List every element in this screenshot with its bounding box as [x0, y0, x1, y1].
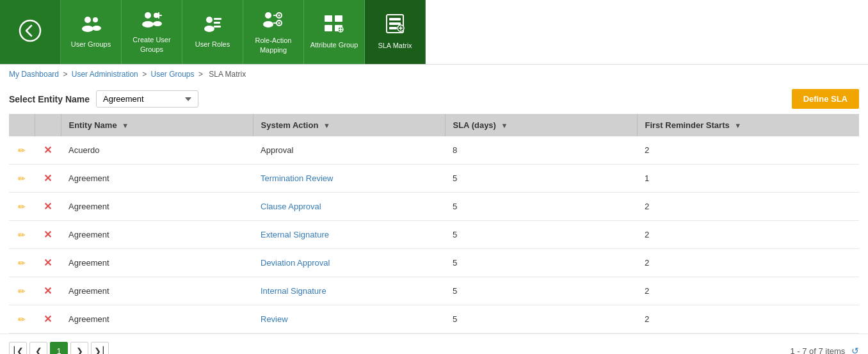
- table-row: ✏✕AgreementExternal Signature52: [9, 221, 859, 249]
- breadcrumb-dashboard[interactable]: My Dashboard: [9, 70, 59, 79]
- table-row: ✏✕AgreementReview52: [9, 305, 859, 334]
- svg-rect-25: [335, 15, 342, 22]
- svg-point-21: [278, 22, 280, 24]
- svg-point-12: [204, 26, 214, 32]
- svg-point-8: [153, 21, 162, 26]
- edit-button[interactable]: ✏: [17, 172, 27, 185]
- nav-user-roles-label: User Roles: [195, 40, 230, 49]
- edit-button[interactable]: ✏: [17, 144, 27, 157]
- last-page-button[interactable]: ❯⎮: [91, 342, 109, 354]
- breadcrumb-user-admin[interactable]: User Administration: [72, 70, 138, 79]
- svg-point-1: [84, 17, 91, 23]
- nav-create-user-groups-label: Create User Groups: [124, 35, 179, 54]
- table-row: ✏✕AgreementDeviation Approval52: [9, 249, 859, 277]
- svg-point-3: [93, 17, 98, 22]
- table-row: ✏✕AgreementInternal Signature52: [9, 277, 859, 305]
- next-page-button[interactable]: ❯: [70, 342, 88, 354]
- system-action-link[interactable]: Clause Approval: [261, 202, 321, 211]
- back-icon: [19, 19, 42, 45]
- first-page-button[interactable]: ⎮❮: [9, 342, 27, 354]
- first-reminder-cell: 1: [637, 165, 859, 193]
- nav-role-action-mapping[interactable]: Role-Action Mapping: [243, 0, 304, 64]
- delete-button[interactable]: ✕: [42, 227, 53, 242]
- svg-point-4: [92, 26, 101, 31]
- svg-rect-33: [389, 22, 401, 25]
- delete-button[interactable]: ✕: [42, 199, 53, 214]
- table-body: ✏✕AcuerdoApproval82✏✕AgreementTerminatio…: [9, 136, 859, 334]
- nav-back-button[interactable]: [0, 0, 61, 64]
- breadcrumb-sep2: >: [142, 70, 147, 79]
- sla-days-cell: 5: [445, 165, 637, 193]
- svg-point-6: [142, 21, 154, 28]
- svg-point-17: [263, 21, 273, 28]
- delete-button[interactable]: ✕: [42, 312, 53, 326]
- system-action-link[interactable]: External Signature: [261, 230, 329, 239]
- attribute-group-icon: [323, 14, 345, 36]
- system-action-link[interactable]: Internal Signature: [261, 286, 326, 296]
- svg-rect-15: [214, 26, 221, 28]
- delete-cell: ✕: [35, 277, 61, 305]
- system-action-link[interactable]: Termination Review: [261, 173, 333, 183]
- breadcrumb-user-groups[interactable]: User Groups: [151, 70, 195, 79]
- edit-button[interactable]: ✏: [17, 285, 27, 298]
- entity-selector-dropdown[interactable]: Agreement Contract Amendment: [96, 90, 198, 108]
- sla-days-cell: 5: [445, 277, 637, 305]
- system-action-link[interactable]: Deviation Approval: [261, 258, 330, 268]
- entity-name-cell: Agreement: [61, 249, 253, 277]
- nav-user-groups-label: User Groups: [71, 40, 111, 49]
- table-row: ✏✕AgreementClause Approval52: [9, 193, 859, 221]
- sla-days-cell: 8: [445, 136, 637, 165]
- delete-button[interactable]: ✕: [42, 255, 53, 270]
- breadcrumb-current: SLA Matrix: [209, 70, 246, 79]
- svg-rect-13: [214, 18, 221, 20]
- first-reminder-cell: 2: [637, 305, 859, 334]
- nav-user-groups[interactable]: User Groups: [61, 0, 122, 64]
- prev-page-button[interactable]: ❮: [29, 342, 47, 354]
- edit-cell: ✏: [9, 277, 35, 305]
- col-entity-label: Entity Name: [69, 120, 117, 130]
- edit-button[interactable]: ✏: [17, 200, 27, 213]
- system-sort-icon[interactable]: ▼: [323, 122, 330, 129]
- entity-selector-left: Select Entity Name Agreement Contract Am…: [9, 90, 198, 108]
- sla-sort-icon[interactable]: ▼: [501, 122, 508, 129]
- first-reminder-cell: 2: [637, 249, 859, 277]
- entity-sort-icon[interactable]: ▼: [122, 122, 129, 129]
- define-sla-button[interactable]: Define SLA: [792, 89, 859, 109]
- first-sort-icon[interactable]: ▼: [734, 122, 741, 129]
- nav-sla-matrix-label: SLA Matrix: [378, 41, 412, 50]
- col-header-delete: [35, 114, 61, 136]
- delete-button[interactable]: ✕: [42, 143, 53, 157]
- col-first-label: First Reminder Starts: [645, 120, 730, 130]
- nav-create-user-groups[interactable]: Create User Groups: [122, 0, 182, 64]
- system-action-cell: Review: [253, 305, 445, 334]
- nav-user-roles[interactable]: User Roles: [182, 0, 243, 64]
- system-action-cell: Termination Review: [253, 165, 445, 193]
- page-1-button[interactable]: 1: [50, 342, 68, 354]
- pagination-info-container: 1 - 7 of 7 items ↺: [790, 346, 859, 354]
- delete-cell: ✕: [35, 136, 61, 165]
- svg-point-16: [265, 12, 271, 19]
- edit-button[interactable]: ✏: [17, 313, 27, 326]
- delete-button[interactable]: ✕: [42, 171, 53, 186]
- edit-cell: ✏: [9, 193, 35, 221]
- delete-button[interactable]: ✕: [42, 284, 53, 298]
- svg-point-5: [145, 12, 151, 19]
- col-header-edit: [9, 114, 35, 136]
- edit-button[interactable]: ✏: [17, 229, 27, 241]
- first-reminder-cell: 2: [637, 221, 859, 249]
- system-action-link[interactable]: Review: [261, 314, 288, 324]
- nav-sla-matrix[interactable]: SLA Matrix: [365, 0, 426, 64]
- entity-name-cell: Agreement: [61, 193, 253, 221]
- svg-rect-24: [325, 15, 332, 22]
- entity-name-cell: Acuerdo: [61, 136, 253, 165]
- first-reminder-cell: 2: [637, 277, 859, 305]
- breadcrumb: My Dashboard > User Administration > Use…: [0, 65, 868, 84]
- entity-selector-row: Select Entity Name Agreement Contract Am…: [0, 84, 868, 114]
- nav-attribute-group[interactable]: Attribute Group: [304, 0, 365, 64]
- col-system-label: System Action: [261, 120, 319, 130]
- system-action-cell: Internal Signature: [253, 277, 445, 305]
- refresh-icon[interactable]: ↺: [851, 346, 859, 354]
- edit-button[interactable]: ✏: [17, 257, 27, 270]
- sla-days-cell: 5: [445, 221, 637, 249]
- top-nav: User Groups Create User Groups Us: [0, 0, 868, 65]
